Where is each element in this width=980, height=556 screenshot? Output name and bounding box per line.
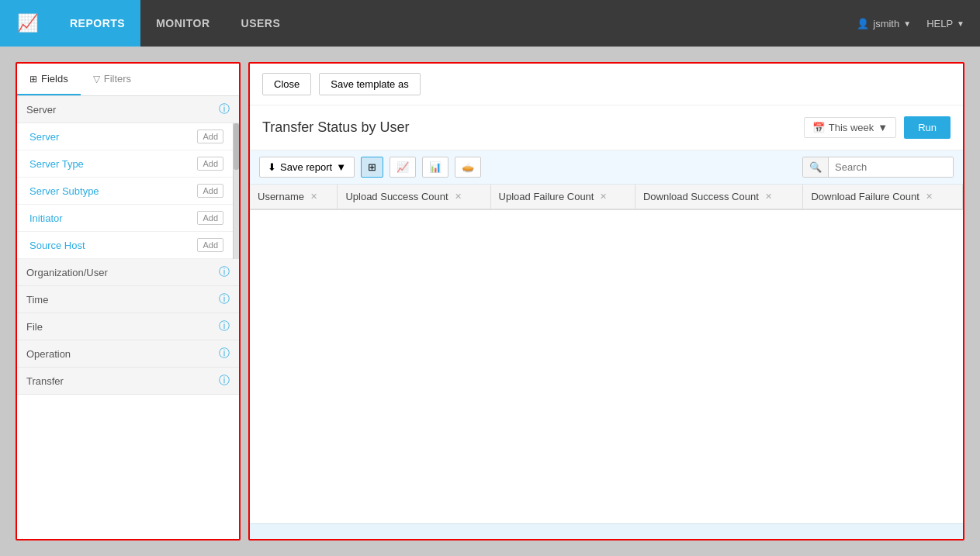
nav-item-reports[interactable]: REPORTS: [54, 0, 140, 47]
field-group-operation[interactable]: Operation ⓘ: [17, 340, 239, 368]
fields-icon: ⊞: [29, 74, 37, 85]
file-info-icon: ⓘ: [219, 319, 230, 333]
time-info-icon: ⓘ: [219, 292, 230, 306]
report-header-right: 📅 This week ▼ Run: [804, 116, 951, 139]
col-upload-failure: Upload Failure Count ✕: [490, 185, 635, 209]
app-logo[interactable]: 📈: [0, 0, 54, 47]
field-items-container: Server ⓘ Server Add Server Type Add: [17, 96, 239, 539]
tab-fields[interactable]: ⊞ Fields: [17, 64, 81, 95]
save-template-button[interactable]: Save template as: [319, 73, 420, 95]
report-controls: ⬇ Save report ▼ ⊞ 📈 📊 🥧 🔍: [250, 150, 963, 185]
right-panel: Close Save template as Transfer Status b…: [248, 62, 964, 540]
filter-icon: ▽: [93, 74, 100, 85]
field-item-server: Server Add: [17, 123, 233, 150]
help-caret-icon: ▼: [957, 19, 964, 28]
nav-item-users[interactable]: USERS: [226, 0, 296, 47]
left-panel-tabs: ⊞ Fields ▽ Filters: [17, 64, 239, 96]
help-menu[interactable]: HELP ▼: [926, 18, 964, 29]
add-server-subtype-button[interactable]: Add: [197, 184, 223, 198]
col-download-failure: Download Failure Count ✕: [803, 185, 963, 209]
transfer-info-icon: ⓘ: [219, 374, 230, 388]
tab-filters[interactable]: ▽ Filters: [81, 64, 144, 95]
org-user-info-icon: ⓘ: [219, 265, 230, 279]
report-bottom-bar: [250, 523, 963, 539]
col-download-success: Download Success Count ✕: [635, 185, 802, 209]
nav-right: 👤 jsmith ▼ HELP ▼: [857, 18, 980, 29]
field-group-org-user[interactable]: Organization/User ⓘ: [17, 259, 239, 286]
field-group-transfer[interactable]: Transfer ⓘ: [17, 368, 239, 395]
search-icon: 🔍: [803, 157, 829, 177]
this-week-button[interactable]: 📅 This week ▼: [804, 117, 896, 138]
report-table-wrapper: Username ✕ Upload Success Count ✕: [250, 185, 963, 523]
field-group-server[interactable]: Server ⓘ: [17, 96, 239, 123]
report-header: Transfer Status by User 📅 This week ▼ Ru…: [250, 105, 963, 150]
search-input[interactable]: [829, 157, 953, 177]
user-icon: 👤: [857, 18, 869, 29]
add-source-host-button[interactable]: Add: [197, 238, 223, 252]
col-upload-success: Upload Success Count ✕: [338, 185, 490, 209]
left-panel: ⊞ Fields ▽ Filters Server ⓘ Server: [16, 62, 241, 540]
col-download-success-close-icon[interactable]: ✕: [765, 192, 772, 202]
col-upload-failure-close-icon[interactable]: ✕: [600, 192, 607, 202]
main-content: ⊞ Fields ▽ Filters Server ⓘ Server: [0, 47, 980, 556]
right-panel-toolbar: Close Save template as: [250, 64, 963, 105]
col-upload-success-close-icon[interactable]: ✕: [455, 192, 462, 202]
save-report-button[interactable]: ⬇ Save report ▼: [259, 157, 355, 178]
add-server-type-button[interactable]: Add: [197, 157, 223, 171]
col-username: Username ✕: [250, 185, 338, 209]
user-caret-icon: ▼: [903, 19, 911, 28]
report-title: Transfer Status by User: [262, 119, 409, 136]
operation-info-icon: ⓘ: [219, 347, 230, 361]
download-icon: ⬇: [268, 161, 276, 173]
field-item-source-host: Source Host Add: [17, 232, 233, 259]
pie-chart-button[interactable]: 🥧: [455, 157, 481, 178]
save-report-caret-icon: ▼: [336, 161, 346, 173]
server-info-icon: ⓘ: [219, 102, 230, 116]
top-navigation: 📈 REPORTS MONITOR USERS 👤 jsmith ▼ HELP …: [0, 0, 980, 47]
col-username-close-icon[interactable]: ✕: [310, 192, 317, 202]
run-button[interactable]: Run: [904, 116, 951, 139]
field-item-initiator: Initiator Add: [17, 205, 233, 232]
user-menu[interactable]: 👤 jsmith ▼: [857, 18, 911, 29]
line-chart-button[interactable]: 📈: [390, 157, 416, 178]
table-header-row: Username ✕ Upload Success Count ✕: [250, 185, 963, 209]
add-initiator-button[interactable]: Add: [197, 211, 223, 225]
table-view-button[interactable]: ⊞: [361, 157, 383, 178]
nav-items: REPORTS MONITOR USERS: [54, 0, 296, 47]
field-item-server-type: Server Type Add: [17, 150, 233, 178]
field-group-time[interactable]: Time ⓘ: [17, 286, 239, 313]
field-item-server-subtype: Server Subtype Add: [17, 178, 233, 205]
bar-chart-button[interactable]: 📊: [422, 157, 448, 178]
nav-item-monitor[interactable]: MONITOR: [140, 0, 225, 47]
calendar-icon: 📅: [812, 122, 825, 133]
report-area: Transfer Status by User 📅 This week ▼ Ru…: [250, 105, 963, 539]
field-group-file[interactable]: File ⓘ: [17, 313, 239, 340]
col-download-failure-close-icon[interactable]: ✕: [926, 192, 933, 202]
this-week-caret-icon: ▼: [878, 122, 888, 133]
search-box: 🔍: [802, 157, 954, 178]
add-server-button[interactable]: Add: [197, 130, 223, 143]
report-table: Username ✕ Upload Success Count ✕: [250, 185, 963, 210]
close-button[interactable]: Close: [262, 73, 311, 95]
logo-icon: 📈: [17, 13, 38, 33]
